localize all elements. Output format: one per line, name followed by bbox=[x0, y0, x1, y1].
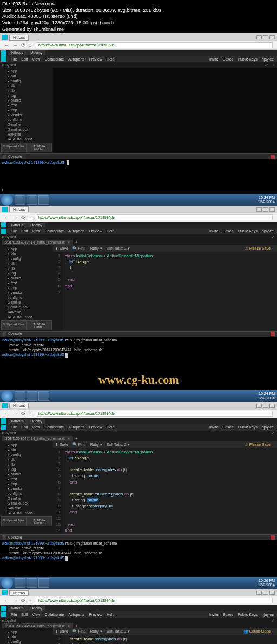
tree-lib[interactable]: lib bbox=[1, 266, 52, 271]
menu-file[interactable]: File bbox=[11, 425, 17, 429]
minimize-button[interactable] bbox=[256, 591, 262, 595]
collab-mode-button[interactable]: 👥 Collab Mode bbox=[243, 629, 271, 634]
tree-bin[interactable]: bin bbox=[1, 251, 52, 256]
upload-files-button[interactable]: ⬆ Upload Files bbox=[1, 143, 27, 152]
tree-lib[interactable]: lib bbox=[1, 462, 52, 467]
tree-tmp[interactable]: tmp bbox=[1, 108, 52, 112]
tab-udemy[interactable]: Udemy bbox=[27, 419, 45, 424]
tree-public[interactable]: public bbox=[1, 472, 52, 477]
task-chrome[interactable] bbox=[27, 195, 37, 205]
console-close-icon[interactable] bbox=[271, 332, 275, 336]
tabs-select[interactable]: Soft Tabs: 2 ▾ bbox=[107, 629, 130, 634]
tree-lib[interactable]: lib bbox=[1, 88, 52, 93]
tree-test[interactable]: test bbox=[1, 103, 52, 108]
start-button[interactable] bbox=[1, 577, 13, 589]
menu-help[interactable]: Help bbox=[107, 229, 114, 233]
task-explorer[interactable] bbox=[15, 391, 25, 401]
tab-nitrous[interactable]: Nitrous bbox=[8, 606, 27, 611]
code-editor[interactable]: 1234567 class InitialSchema < ActiveReco… bbox=[53, 252, 277, 331]
menu-view[interactable]: View bbox=[32, 613, 40, 616]
tree-log[interactable]: log bbox=[1, 271, 52, 276]
menu-autoparts[interactable]: Autoparts bbox=[68, 57, 84, 61]
menu-collaborate[interactable]: Collaborate bbox=[44, 613, 64, 616]
tree-db[interactable]: db bbox=[1, 261, 52, 266]
tab-nitrous[interactable]: Nitrous bbox=[8, 223, 27, 227]
menu-collaborate[interactable]: Collaborate bbox=[44, 425, 64, 429]
browser-tab[interactable]: Nitrous bbox=[9, 206, 29, 212]
expand-icon[interactable]: ⤢ bbox=[271, 234, 275, 239]
tree-test[interactable]: test bbox=[1, 280, 52, 285]
tree-tmp[interactable]: tmp bbox=[1, 481, 52, 486]
minimize-button[interactable] bbox=[256, 207, 262, 212]
system-tray[interactable]: 10:26 PM12/2/2014 bbox=[256, 579, 277, 587]
language-select[interactable]: Ruby ▾ bbox=[90, 442, 102, 447]
browser-tab[interactable]: Nitrous bbox=[9, 35, 29, 41]
tree-log[interactable]: log bbox=[1, 467, 52, 472]
tree-test[interactable]: test bbox=[1, 477, 52, 481]
system-tray[interactable]: 10:24 PM12/2/2014 bbox=[256, 196, 277, 204]
menu-view[interactable]: View bbox=[32, 57, 40, 61]
editor-empty[interactable] bbox=[53, 68, 277, 153]
tree-vendor[interactable]: vendor bbox=[1, 112, 52, 117]
tree-readme[interactable]: README.rdoc bbox=[1, 314, 52, 319]
tab-nitrous[interactable]: Nitrous bbox=[8, 50, 27, 55]
menu-user[interactable]: njaylee bbox=[262, 425, 274, 429]
language-select[interactable]: Ruby ▾ bbox=[90, 629, 102, 634]
maximize-button[interactable] bbox=[263, 591, 268, 595]
tree-config[interactable]: config bbox=[1, 639, 52, 644]
maximize-button[interactable] bbox=[263, 35, 268, 39]
home-button[interactable]: ⌂ bbox=[29, 214, 32, 220]
tree-config[interactable]: config bbox=[1, 78, 52, 83]
menu-help[interactable]: Help bbox=[107, 613, 114, 616]
menu-view[interactable]: View bbox=[32, 425, 40, 429]
tree-configru[interactable]: config.ru bbox=[1, 491, 52, 496]
forward-button[interactable]: → bbox=[12, 598, 18, 603]
tree-app[interactable]: app bbox=[1, 69, 52, 73]
menu-file[interactable]: File bbox=[11, 613, 17, 616]
menu-boxes[interactable]: Boxes bbox=[223, 229, 233, 233]
show-hidden-button[interactable]: 👁 Show Hidden bbox=[27, 516, 52, 526]
tab-udemy[interactable]: Udemy bbox=[27, 223, 45, 227]
back-button[interactable]: ← bbox=[4, 214, 9, 220]
console-label[interactable]: ⬛ Console bbox=[2, 535, 22, 540]
menu-edit[interactable]: Edit bbox=[21, 57, 28, 61]
tree-configru[interactable]: config.ru bbox=[1, 117, 52, 122]
menu-autoparts[interactable]: Autoparts bbox=[68, 425, 84, 429]
task-app[interactable] bbox=[38, 391, 49, 401]
menu-autoparts[interactable]: Autoparts bbox=[68, 229, 84, 233]
tab-close-icon[interactable]: × bbox=[68, 437, 70, 440]
task-app[interactable] bbox=[38, 195, 49, 205]
editor-tab-active[interactable]: 20141203042414_initial_schema.rb × bbox=[2, 623, 73, 628]
system-tray[interactable]: 10:24 PM12/2/2014 bbox=[256, 392, 277, 400]
tree-gemlock[interactable]: Gemfile.lock bbox=[1, 501, 52, 506]
minimize-button[interactable] bbox=[256, 35, 262, 39]
tree-rakefile[interactable]: Rakefile bbox=[1, 506, 52, 511]
tree-gemfile[interactable]: Gemfile bbox=[1, 122, 52, 127]
language-select[interactable]: Ruby ▾ bbox=[90, 246, 102, 251]
task-explorer[interactable] bbox=[15, 195, 25, 205]
tabs-select[interactable]: Soft Tabs: 2 ▾ bbox=[107, 442, 130, 447]
tabs-select[interactable]: Soft Tabs: 2 ▾ bbox=[107, 246, 130, 251]
menu-preview[interactable]: Preview bbox=[89, 57, 102, 61]
console-label[interactable]: ⬛ Console bbox=[2, 155, 22, 159]
terminal[interactable]: action@rubyslist-171899:~/rubyslist$ rai… bbox=[0, 540, 277, 571]
tree-config[interactable]: config bbox=[1, 452, 52, 457]
upload-files-button[interactable]: ⬆ Upload Files bbox=[1, 516, 27, 526]
tree-configru[interactable]: config.ru bbox=[1, 295, 52, 300]
menu-invite[interactable]: Invite bbox=[209, 425, 219, 429]
menu-edit[interactable]: Edit bbox=[21, 613, 28, 616]
terminal[interactable]: action@rubyslist-171899:~/rubyslist$ I bbox=[0, 159, 277, 193]
minimize-button[interactable] bbox=[256, 404, 262, 408]
menu-publickeys[interactable]: Public Keys bbox=[238, 229, 258, 233]
save-button[interactable]: ⬇ Save bbox=[55, 629, 68, 634]
menu-publickeys[interactable]: Public Keys bbox=[238, 425, 258, 429]
tree-db[interactable]: db bbox=[1, 83, 52, 88]
close-button[interactable] bbox=[269, 591, 275, 595]
menu-file[interactable]: File bbox=[11, 229, 17, 233]
menu-autoparts[interactable]: Autoparts bbox=[68, 613, 84, 616]
reload-button[interactable]: ⟳ bbox=[21, 214, 25, 220]
menu-collaborate[interactable]: Collaborate bbox=[44, 57, 64, 61]
tab-udemy[interactable]: Udemy bbox=[27, 606, 45, 611]
menu-publickeys[interactable]: Public Keys bbox=[238, 57, 258, 61]
menu-boxes[interactable]: Boxes bbox=[223, 57, 233, 61]
